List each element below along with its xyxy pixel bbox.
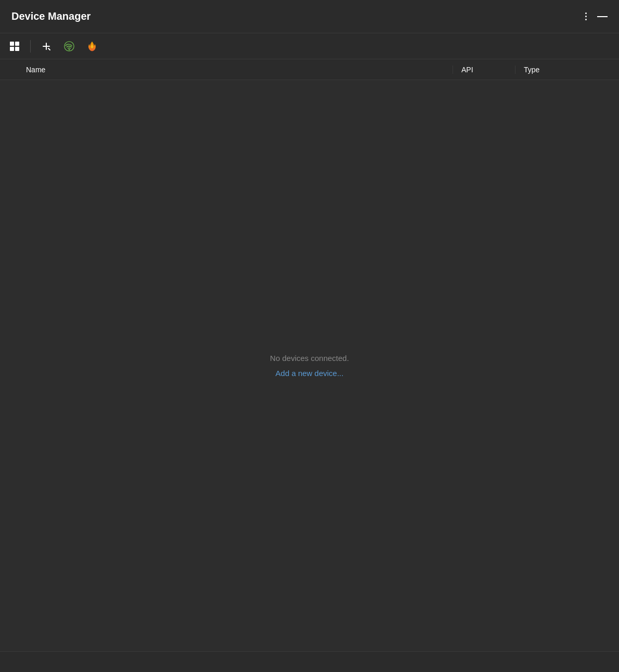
- title-bar-left: Device Manager: [11, 10, 91, 22]
- wifi-device-button[interactable]: [60, 37, 79, 56]
- app-title: Device Manager: [11, 10, 91, 22]
- minimize-button[interactable]: [597, 16, 608, 17]
- toolbar: [0, 33, 619, 59]
- device-list-view-button[interactable]: [5, 37, 24, 56]
- fire-icon: [86, 41, 98, 52]
- grid-icon: [10, 42, 19, 51]
- title-bar: Device Manager: [0, 0, 619, 33]
- add-new-device-link[interactable]: Add a new device...: [276, 369, 344, 378]
- dot-1: [585, 12, 587, 14]
- status-bar: [0, 651, 619, 672]
- grid-cell-2: [15, 42, 19, 46]
- grid-cell-1: [10, 42, 14, 46]
- svg-point-2: [69, 49, 70, 50]
- column-header-type: Type: [515, 66, 598, 74]
- table-header: Name API Type: [0, 59, 619, 80]
- dot-3: [585, 19, 587, 20]
- more-options-button[interactable]: [583, 10, 589, 22]
- column-header-name: Name: [0, 66, 453, 74]
- dot-2: [585, 16, 587, 17]
- title-bar-right: [583, 10, 608, 22]
- add-device-button[interactable]: [37, 37, 56, 56]
- toolbar-divider: [30, 40, 31, 53]
- main-content: No devices connected. Add a new device..…: [0, 80, 619, 651]
- column-header-api: API: [453, 66, 515, 74]
- add-device-icon: [41, 41, 51, 51]
- grid-cell-3: [10, 47, 14, 51]
- fire-device-button[interactable]: [83, 37, 101, 56]
- empty-state-message: No devices connected.: [270, 354, 349, 363]
- grid-cell-4: [15, 47, 19, 51]
- wifi-circle-icon: [63, 41, 75, 52]
